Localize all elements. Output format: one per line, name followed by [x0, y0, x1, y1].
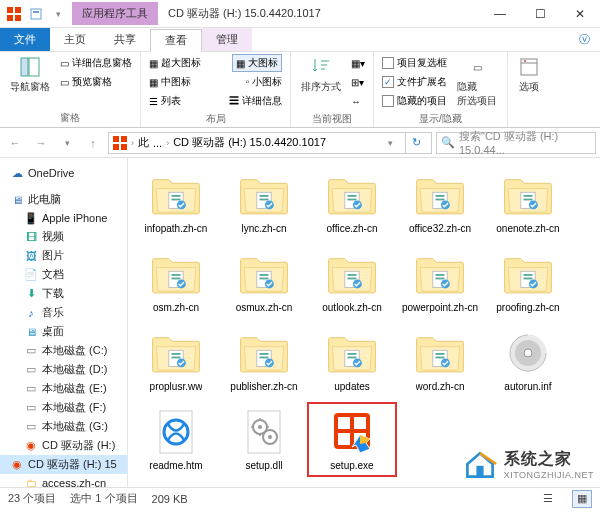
status-size: 209 KB: [152, 493, 188, 505]
layout-xl[interactable]: ▦超大图标▦大图标: [147, 54, 284, 72]
nav-drive-c[interactable]: ▭本地磁盘 (C:): [0, 341, 127, 360]
folder-icon: [146, 328, 206, 378]
cd-icon: ◉: [24, 439, 38, 453]
nav-documents[interactable]: 📄文档: [0, 265, 127, 284]
hide-items-button[interactable]: ▭ 隐藏 所选项目: [453, 54, 501, 110]
layout-lg[interactable]: ▦大图标: [232, 54, 282, 72]
file-item[interactable]: infopath.zh-cn: [132, 166, 220, 239]
group-by-button[interactable]: ▦▾: [349, 54, 367, 72]
file-item[interactable]: lync.zh-cn: [220, 166, 308, 239]
size-cols-button[interactable]: ↔: [349, 92, 367, 110]
file-item[interactable]: office32.zh-cn: [396, 166, 484, 239]
file-label: osmux.zh-cn: [236, 302, 293, 314]
layout-details[interactable]: ☰ 详细信息: [229, 94, 282, 108]
file-item[interactable]: osmux.zh-cn: [220, 245, 308, 318]
ribbon: 导航窗格 ▭详细信息窗格 ▭预览窗格 窗格 ▦超大图标▦大图标 ▦中图标▫ 小图…: [0, 52, 600, 128]
back-button[interactable]: ←: [4, 132, 26, 154]
folder-icon: [146, 170, 206, 220]
maximize-button[interactable]: ☐: [520, 0, 560, 27]
status-count: 23 个项目: [8, 491, 56, 506]
nav-drive-e[interactable]: ▭本地磁盘 (E:): [0, 379, 127, 398]
svg-rect-12: [113, 144, 119, 150]
tab-file[interactable]: 文件: [0, 28, 50, 51]
file-item[interactable]: proplusr.ww: [132, 324, 220, 397]
checkbox-ext[interactable]: ✓文件扩展名: [380, 73, 449, 91]
nav-onedrive[interactable]: ☁OneDrive: [0, 164, 127, 182]
file-item[interactable]: office.zh-cn: [308, 166, 396, 239]
nav-folder-access[interactable]: 🗀access.zh-cn: [0, 474, 127, 487]
file-item[interactable]: autorun.inf: [484, 324, 572, 397]
nav-music[interactable]: ♪音乐: [0, 303, 127, 322]
search-icon: 🔍: [441, 136, 455, 149]
up-button[interactable]: ↑: [82, 132, 104, 154]
breadcrumb[interactable]: › 此... › CD 驱动器 (H:) 15.0.4420.1017 ▾ ↻: [108, 132, 432, 154]
content-area: ☁OneDrive 🖥此电脑 📱Apple iPhone 🎞视频 🖼图片 📄文档…: [0, 158, 600, 487]
breadcrumb-dropdown[interactable]: ▾: [379, 132, 401, 154]
add-columns-button[interactable]: ⊞▾: [349, 73, 367, 91]
details-pane-button[interactable]: ▭详细信息窗格: [58, 54, 134, 72]
breadcrumb-root[interactable]: › 此... ›: [113, 135, 169, 150]
file-item[interactable]: readme.htm: [132, 403, 220, 476]
layout-md[interactable]: ▦中图标▫ 小图标: [147, 73, 284, 91]
tab-manage[interactable]: 管理: [202, 28, 252, 51]
file-item[interactable]: powerpoint.zh-cn: [396, 245, 484, 318]
breadcrumb-drive[interactable]: CD 驱动器 (H:) 15.0.4420.1017: [173, 135, 326, 150]
folder-icon: [234, 249, 294, 299]
svg-point-9: [524, 60, 526, 62]
file-item[interactable]: publisher.zh-cn: [220, 324, 308, 397]
forward-button[interactable]: →: [30, 132, 52, 154]
drive-icon: ▭: [24, 363, 38, 377]
preview-pane-button[interactable]: ▭预览窗格: [58, 73, 134, 91]
nav-thispc[interactable]: 🖥此电脑: [0, 190, 127, 209]
nav-drive-h-expanded[interactable]: ◉CD 驱动器 (H:) 15: [0, 455, 127, 474]
file-item[interactable]: osm.zh-cn: [132, 245, 220, 318]
file-item[interactable]: updates: [308, 324, 396, 397]
search-input[interactable]: 🔍 搜索"CD 驱动器 (H:) 15.0.44...: [436, 132, 596, 154]
close-button[interactable]: ✕: [560, 0, 600, 27]
nav-drive-f[interactable]: ▭本地磁盘 (F:): [0, 398, 127, 417]
tab-home[interactable]: 主页: [50, 28, 100, 51]
file-label: updates: [334, 381, 370, 393]
file-item[interactable]: proofing.zh-cn: [484, 245, 572, 318]
folder-icon: [410, 170, 470, 220]
nav-drive-d[interactable]: ▭本地磁盘 (D:): [0, 360, 127, 379]
file-item[interactable]: word.zh-cn: [396, 324, 484, 397]
view-details-button[interactable]: ☰: [538, 490, 558, 508]
qat-dropdown-icon[interactable]: ▾: [48, 4, 68, 24]
checkbox-items[interactable]: 项目复选框: [380, 54, 449, 72]
view-icons-button[interactable]: ▦: [572, 490, 592, 508]
sort-button[interactable]: 排序方式: [297, 54, 345, 96]
qat-props-icon[interactable]: [26, 4, 46, 24]
minimize-button[interactable]: —: [480, 0, 520, 27]
refresh-button[interactable]: ↻: [405, 132, 427, 154]
music-icon: ♪: [24, 306, 38, 320]
folder-icon: [410, 328, 470, 378]
recent-dropdown[interactable]: ▾: [56, 132, 78, 154]
tab-share[interactable]: 共享: [100, 28, 150, 51]
options-button[interactable]: 选项: [514, 54, 544, 96]
video-icon: 🎞: [24, 230, 38, 244]
nav-drive-g[interactable]: ▭本地磁盘 (G:): [0, 417, 127, 436]
file-item[interactable]: outlook.zh-cn: [308, 245, 396, 318]
file-item[interactable]: onenote.zh-cn: [484, 166, 572, 239]
nav-pane-button[interactable]: 导航窗格: [6, 54, 54, 96]
file-item[interactable]: setup.dll: [220, 403, 308, 476]
tab-view[interactable]: 查看: [150, 29, 202, 52]
nav-iphone[interactable]: 📱Apple iPhone: [0, 209, 127, 227]
navigation-pane[interactable]: ☁OneDrive 🖥此电脑 📱Apple iPhone 🎞视频 🖼图片 📄文档…: [0, 158, 128, 487]
nav-downloads[interactable]: ⬇下载: [0, 284, 127, 303]
nav-desktop[interactable]: 🖥桌面: [0, 322, 127, 341]
nav-pictures[interactable]: 🖼图片: [0, 246, 127, 265]
file-label: proofing.zh-cn: [496, 302, 559, 314]
document-icon: 📄: [24, 268, 38, 282]
file-item[interactable]: setup.exe: [308, 403, 396, 476]
checkbox-hidden[interactable]: 隐藏的项目: [380, 92, 449, 110]
file-list[interactable]: infopath.zh-cnlync.zh-cnoffice.zh-cnoffi…: [128, 158, 600, 487]
svg-rect-13: [121, 144, 127, 150]
folder-icon: [234, 170, 294, 220]
layout-sm[interactable]: ▫ 小图标: [246, 75, 282, 89]
nav-videos[interactable]: 🎞视频: [0, 227, 127, 246]
layout-list[interactable]: ☰列表☰ 详细信息: [147, 92, 284, 110]
nav-drive-h[interactable]: ◉CD 驱动器 (H:): [0, 436, 127, 455]
ribbon-collapse-icon[interactable]: ⓥ: [569, 28, 600, 51]
